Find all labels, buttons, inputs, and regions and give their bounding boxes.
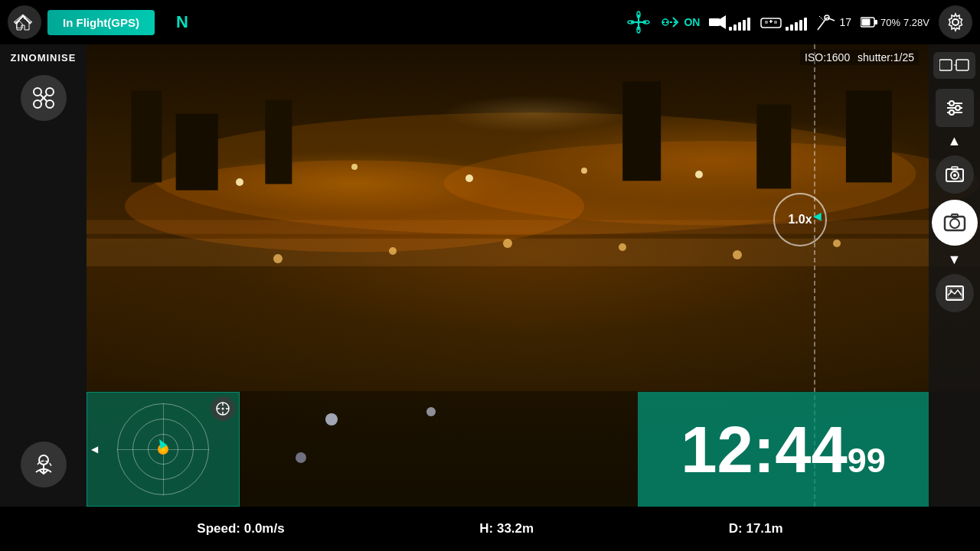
timer-display: 12 : 44 99 (681, 417, 885, 482)
speed-label: Speed: (197, 521, 240, 536)
bar1 (729, 27, 732, 31)
svg-rect-61 (939, 60, 952, 70)
filter-icon (944, 97, 965, 119)
radar-display (117, 403, 209, 495)
settings-button[interactable] (939, 5, 972, 39)
scissors-icon (30, 84, 57, 112)
svg-point-23 (325, 413, 338, 425)
zoom-indicator[interactable]: 1.0x (773, 193, 827, 246)
svg-line-48 (819, 16, 824, 21)
propeller-scissors-button[interactable] (21, 75, 67, 121)
svg-marker-39 (720, 15, 726, 29)
camera-mode-button[interactable] (936, 155, 974, 194)
svg-rect-5 (131, 90, 162, 182)
land-button[interactable] (21, 442, 67, 487)
camera-mode-icon (944, 164, 965, 185)
radar-compass-icon (216, 402, 230, 416)
svg-point-16 (273, 254, 283, 263)
svg-point-56 (46, 100, 54, 108)
svg-point-24 (426, 407, 436, 416)
follow-icon (659, 11, 681, 33)
svg-rect-6 (176, 114, 218, 191)
svg-point-69 (949, 110, 954, 115)
propeller-group (627, 11, 650, 34)
gallery-button[interactable] (936, 274, 974, 312)
shutter-label: shutter:1/25 (858, 51, 914, 64)
svg-point-79 (949, 289, 952, 292)
svg-point-14 (581, 168, 587, 174)
top-icons: ON (627, 5, 972, 39)
svg-point-67 (949, 101, 954, 106)
video-signal-bars (729, 14, 750, 31)
svg-point-15 (695, 171, 703, 178)
svg-rect-38 (709, 18, 720, 26)
camera-switch-icon (939, 57, 970, 75)
home-button[interactable]: ⌂ (8, 5, 41, 39)
bar2 (733, 24, 737, 31)
distance-value: 17.1m (746, 521, 782, 536)
svg-point-13 (466, 174, 473, 182)
svg-point-59 (39, 455, 48, 465)
svg-point-11 (236, 178, 243, 186)
svg-point-19 (619, 243, 626, 251)
land-icon (30, 451, 57, 478)
drone-name-label: ZINOMINISE (11, 52, 77, 64)
svg-point-21 (833, 240, 841, 247)
video-icon (709, 15, 726, 29)
svg-rect-10 (846, 90, 892, 182)
svg-rect-50 (861, 19, 870, 26)
svg-text:⌂: ⌂ (15, 16, 24, 31)
filter-button[interactable] (936, 89, 974, 127)
iso-label: ISO:1600 (805, 51, 850, 64)
radar-compass-button[interactable] (211, 396, 235, 421)
svg-point-18 (503, 239, 512, 248)
propeller-icon (627, 11, 650, 34)
gps-count: 17 (839, 16, 851, 28)
rc-signal-group (760, 14, 807, 31)
shutter-button[interactable] (932, 200, 978, 246)
rc-bar2 (790, 24, 793, 31)
bar3 (738, 22, 741, 31)
flight-status-button[interactable]: In Flight(GPS) (47, 10, 155, 35)
top-bar-left: ⌂ In Flight(GPS) N (8, 5, 188, 39)
svg-point-54 (46, 88, 54, 96)
timer-colon: : (753, 417, 775, 482)
top-bar: ⌂ In Flight(GPS) N (0, 0, 980, 44)
speed-value: 0.0m/s (244, 521, 285, 536)
speed-display: Speed: 0.0m/s (197, 521, 284, 536)
gallery-icon (944, 282, 965, 304)
rc-signal-bars (786, 14, 807, 31)
svg-point-12 (351, 164, 358, 170)
svg-rect-7 (265, 99, 292, 184)
svg-point-35 (637, 21, 640, 24)
svg-rect-9 (756, 105, 791, 189)
svg-point-2 (444, 141, 980, 225)
distance-label: D: (729, 521, 743, 536)
chevron-down-btn[interactable]: ▼ (948, 252, 962, 268)
svg-rect-51 (874, 20, 877, 24)
svg-rect-4 (87, 220, 980, 234)
svg-point-25 (296, 452, 306, 463)
camera-switch-button[interactable] (933, 52, 975, 79)
timer-overlay: 12 : 44 99 (638, 392, 929, 507)
chevron-up-btn[interactable]: ▲ (948, 133, 962, 149)
radar-left-arrow: ◀ (91, 444, 98, 455)
height-display: H: 33.2m (479, 521, 534, 536)
svg-point-17 (389, 247, 397, 255)
right-sidebar: ▲ ▼ (929, 44, 980, 507)
rc-bar5 (804, 18, 807, 31)
settings-gear-icon (946, 12, 965, 32)
bar4 (743, 20, 746, 31)
timer-minutes: 12 (681, 417, 753, 482)
rc-bar3 (795, 22, 798, 31)
shutter-icon (942, 210, 967, 235)
svg-point-53 (34, 88, 41, 96)
radar-container: ◀ (87, 392, 240, 507)
svg-rect-8 (622, 81, 661, 181)
battery-percent: 70% (880, 17, 900, 28)
svg-rect-42 (774, 21, 777, 24)
svg-point-55 (34, 100, 41, 108)
height-label: H: (479, 521, 493, 536)
svg-rect-3 (87, 239, 980, 266)
satellite-icon (816, 13, 836, 31)
